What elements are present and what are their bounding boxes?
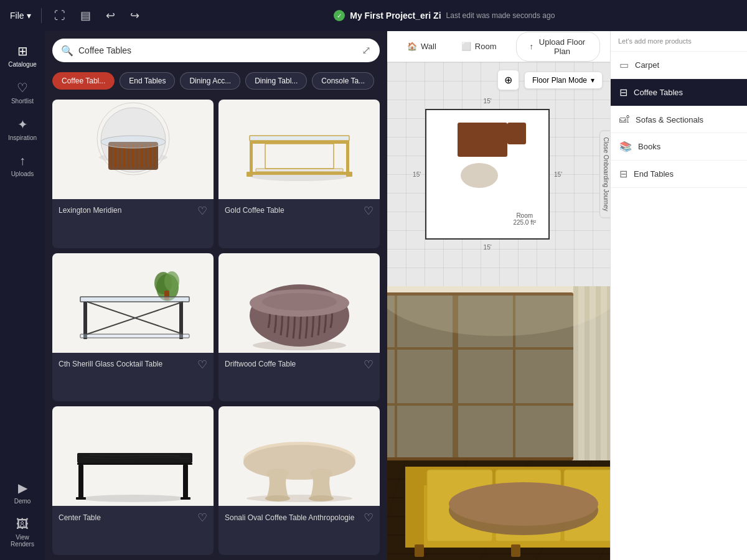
room-floor-plan[interactable]: Room 225.0 ft² xyxy=(425,109,550,240)
sidebar-item-view-renders[interactable]: 🖼 View Renders xyxy=(2,512,42,553)
sofas-icon: 🛋 xyxy=(619,114,629,125)
floor-plan-mode-btn[interactable]: Floor Plan Mode ▾ xyxy=(524,72,603,89)
svg-point-51 xyxy=(265,495,290,502)
sidebar-item-uploads[interactable]: ↑ Uploads xyxy=(2,149,42,182)
last-edit-label: Last edit was made seconds ago xyxy=(446,11,555,20)
layout-tool[interactable]: ▤ xyxy=(78,6,93,25)
lexington-meridien-svg xyxy=(77,101,189,198)
center-views: ⊕ Floor Plan Mode ▾ 15' 15' 15' 15' xyxy=(387,62,610,560)
product-card-driftwood[interactable]: Driftwood Coffe Table ♡ xyxy=(218,253,380,402)
end-tables-icon: ⊟ xyxy=(619,168,627,180)
svg-point-40 xyxy=(80,495,186,502)
layers-btn[interactable]: ⊕ xyxy=(497,70,519,90)
product-card-cth-sherill[interactable]: Cth Sherill Glass Cocktail Table ♡ xyxy=(52,253,214,402)
sidebar-item-inspiration[interactable]: ✦ Inspiration xyxy=(2,112,42,146)
filter-tag-dining-tables[interactable]: Dining Tabl... xyxy=(245,72,307,90)
undo-button[interactable]: ↩ xyxy=(103,6,118,25)
svg-rect-30 xyxy=(80,297,189,302)
svg-point-15 xyxy=(101,136,166,148)
upload-floor-plan-btn[interactable]: ↑ Upload Floor Plan xyxy=(516,32,600,62)
svg-rect-88 xyxy=(607,286,610,460)
filter-icon[interactable]: ⤢ xyxy=(362,44,371,57)
product-image-sonali xyxy=(218,406,380,506)
svg-point-53 xyxy=(309,495,334,502)
onboarding-label: Close Onboarding Journey xyxy=(603,138,609,212)
redo-button[interactable]: ↪ xyxy=(128,6,142,25)
driftwood-svg xyxy=(231,253,368,353)
right-sidebar-item-books[interactable]: 📚 Books xyxy=(611,133,747,161)
svg-point-28 xyxy=(164,271,179,291)
svg-rect-4 xyxy=(110,144,112,167)
product-name-sonali: Sonali Oval Coffee Table Anthropologie xyxy=(225,513,354,523)
room-container: 15' 15' 15' 15' Room 225.0 ft² xyxy=(425,109,550,240)
right-sidebar-item-end-tables[interactable]: ⊟ End Tables xyxy=(611,161,747,188)
search-area: 🔍 ⤢ xyxy=(45,31,387,67)
product-image-center xyxy=(52,406,214,506)
sofas-label: Sofas & Sectionals xyxy=(636,115,703,124)
uploads-icon: ↑ xyxy=(19,154,26,168)
svg-rect-45 xyxy=(76,497,86,500)
wishlist-btn-gold[interactable]: ♡ xyxy=(364,204,374,218)
sidebar-item-shortlist[interactable]: ♡ Shortlist xyxy=(2,75,42,110)
product-card-gold-coffee-table[interactable]: Gold Coffee Table ♡ xyxy=(218,100,380,248)
wishlist-btn-cth[interactable]: ♡ xyxy=(197,358,207,371)
svg-rect-20 xyxy=(346,141,349,175)
right-sidebar-item-sofas[interactable]: 🛋 Sofas & Sectionals xyxy=(611,106,747,133)
file-menu[interactable]: File ▾ xyxy=(10,11,31,21)
view-renders-label: View Renders xyxy=(5,534,40,548)
sidebar-item-demo[interactable]: ▶ Demo xyxy=(2,475,42,510)
search-input[interactable] xyxy=(78,45,357,55)
end-tables-label: End Tables xyxy=(634,169,674,179)
search-icon: 🔍 xyxy=(61,45,73,57)
catalogue-label: Catalogue xyxy=(8,61,37,68)
filter-tag-console-tables[interactable]: Console Ta... xyxy=(312,72,374,90)
svg-rect-98 xyxy=(511,544,520,557)
center-table-svg xyxy=(65,406,202,506)
svg-rect-31 xyxy=(83,302,87,339)
filter-tag-end-tables[interactable]: End Tables xyxy=(120,72,175,90)
svg-rect-21 xyxy=(250,172,349,175)
wishlist-btn-driftwood[interactable]: ♡ xyxy=(364,358,374,371)
room-tool-btn[interactable]: ⬜ Room xyxy=(451,37,507,56)
topbar: File ▾ ⛶ ▤ ↩ ↪ ✓ My First Project_eri Zi… xyxy=(0,0,747,31)
product-grid: Lexington Meridien ♡ xyxy=(45,95,387,560)
carpet-label: Carpet xyxy=(635,60,659,70)
right-sidebar-item-carpet[interactable]: ▭ Carpet xyxy=(611,52,747,79)
svg-rect-44 xyxy=(183,465,188,499)
wall-tool-btn[interactable]: 🏠 Wall xyxy=(397,37,446,56)
product-name-gold: Gold Coffee Table xyxy=(225,206,284,216)
upload-icon: ↑ xyxy=(529,42,533,51)
wishlist-btn-lexington[interactable]: ♡ xyxy=(197,204,207,218)
inspiration-icon: ✦ xyxy=(17,117,28,132)
svg-point-47 xyxy=(247,495,352,502)
sidebar-bottom: ▶ Demo 🖼 View Renders xyxy=(2,475,42,553)
svg-point-49 xyxy=(243,445,355,480)
svg-rect-14 xyxy=(154,144,156,167)
main-layout: ⊞ Catalogue ♡ Shortlist ✦ Inspiration ↑ … xyxy=(0,31,747,560)
product-card-sonali[interactable]: Sonali Oval Coffee Table Anthropologie ♡ xyxy=(218,406,380,555)
coffee-tables-sidebar-label: Coffee Tables xyxy=(634,88,683,97)
product-card-center-table[interactable]: Center Table ♡ xyxy=(52,406,214,555)
sidebar-item-catalogue[interactable]: ⊞ Catalogue xyxy=(2,39,42,73)
shortlist-label: Shortlist xyxy=(11,98,34,105)
room-label: Room 225.0 ft² xyxy=(513,212,536,226)
svg-rect-97 xyxy=(415,544,424,557)
layers-icon: ⊕ xyxy=(504,75,512,85)
svg-rect-25 xyxy=(346,172,352,177)
coffee-tables-sidebar-icon: ⊟ xyxy=(619,86,627,98)
wishlist-btn-center[interactable]: ♡ xyxy=(197,511,207,525)
wishlist-btn-sonali[interactable]: ♡ xyxy=(364,511,374,525)
product-info-cth: Cth Sherill Glass Cocktail Table ♡ xyxy=(52,353,214,376)
pointer-tool[interactable]: ⛶ xyxy=(52,7,68,25)
filter-tag-dining-acc[interactable]: Dining Acc... xyxy=(180,72,240,90)
file-label: File xyxy=(10,11,24,21)
product-info-lexington: Lexington Meridien ♡ xyxy=(52,199,214,223)
svg-point-101 xyxy=(449,482,598,526)
furniture-sofa-arm xyxy=(507,123,526,144)
onboarding-panel[interactable]: Close Onboarding Journey xyxy=(599,131,610,218)
product-card-lexington-meridien[interactable]: Lexington Meridien ♡ xyxy=(52,100,214,248)
filter-tag-coffee-tables[interactable]: Coffee Tabl... xyxy=(52,72,115,90)
svg-rect-46 xyxy=(181,497,190,500)
right-sidebar-item-coffee-tables[interactable]: ⊟ Coffee Tables xyxy=(611,79,747,106)
books-label: Books xyxy=(638,142,660,151)
